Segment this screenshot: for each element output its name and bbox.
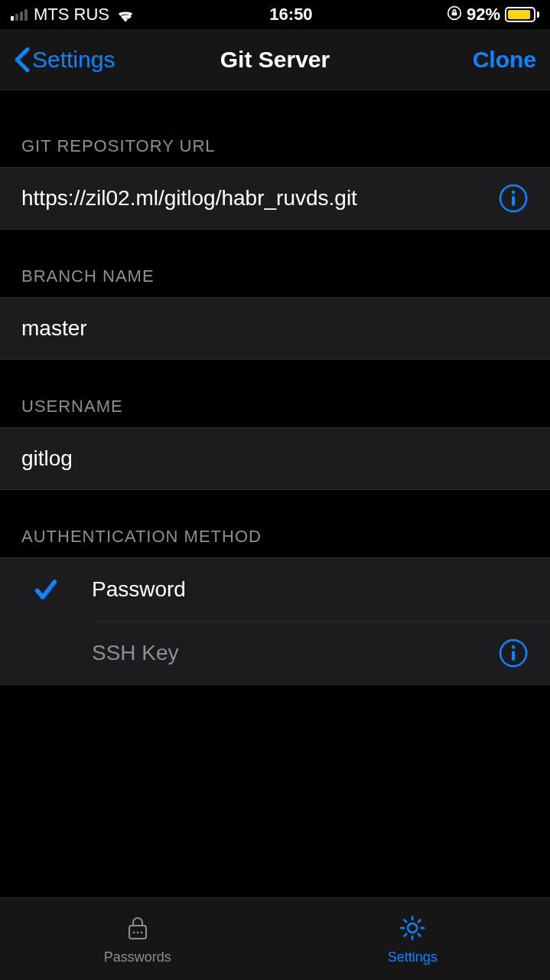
cellular-signal-icon [11,9,28,21]
auth-ssh-label: SSH Key [92,641,498,665]
svg-point-10 [140,932,142,934]
back-button[interactable]: Settings [14,47,115,73]
chevron-left-icon [14,47,31,73]
svg-point-2 [512,191,515,194]
auth-method-group: Password SSH Key [0,557,550,685]
battery-icon [505,7,539,22]
status-right: 92% [447,5,539,24]
ssh-info-button[interactable] [498,638,529,668]
username-cell [0,427,550,490]
svg-rect-6 [512,651,515,661]
back-label: Settings [32,47,115,73]
carrier-label: MTS RUS [34,5,109,24]
tab-passwords[interactable]: Passwords [0,898,275,980]
branch-input[interactable] [21,316,529,341]
svg-line-17 [418,933,421,936]
tab-settings-label: Settings [388,949,438,965]
info-icon [498,638,529,668]
status-time: 16:50 [269,5,312,24]
battery-percent: 92% [467,5,500,24]
svg-point-9 [136,932,138,934]
section-header-repo-url: GIT REPOSITORY URL [0,90,550,167]
section-header-branch: BRANCH NAME [0,230,550,297]
section-header-username: USERNAME [0,360,550,427]
navigation-bar: Settings Git Server Clone [0,29,550,90]
tab-settings[interactable]: Settings [275,898,551,980]
svg-point-8 [132,932,135,934]
status-left: MTS RUS [11,5,135,24]
auth-option-password[interactable]: Password [0,558,550,621]
svg-line-18 [418,920,421,923]
repo-url-info-button[interactable] [498,183,529,214]
wifi-icon [116,7,135,22]
repo-url-input[interactable] [21,186,498,211]
auth-option-ssh[interactable]: SSH Key [0,622,550,684]
lock-icon [122,913,153,946]
svg-point-5 [512,645,515,648]
section-header-auth: AUTHENTICATION METHOD [0,490,550,557]
repo-url-cell [0,167,550,230]
svg-rect-3 [512,196,515,206]
clone-button[interactable]: Clone [473,47,536,73]
info-icon [498,183,529,214]
svg-point-11 [408,923,417,933]
svg-line-16 [404,920,407,923]
svg-line-19 [404,933,407,936]
tab-bar: Passwords Settings [0,897,550,980]
username-input[interactable] [21,446,529,471]
status-bar: MTS RUS 16:50 92% [0,0,550,29]
gear-icon [397,913,428,946]
branch-cell [0,297,550,360]
checkmark-icon [0,577,92,603]
content-scroll[interactable]: GIT REPOSITORY URL BRANCH NAME USERNAME … [0,90,550,897]
tab-passwords-label: Passwords [104,949,171,965]
orientation-lock-icon [447,5,462,24]
auth-password-label: Password [92,577,529,602]
